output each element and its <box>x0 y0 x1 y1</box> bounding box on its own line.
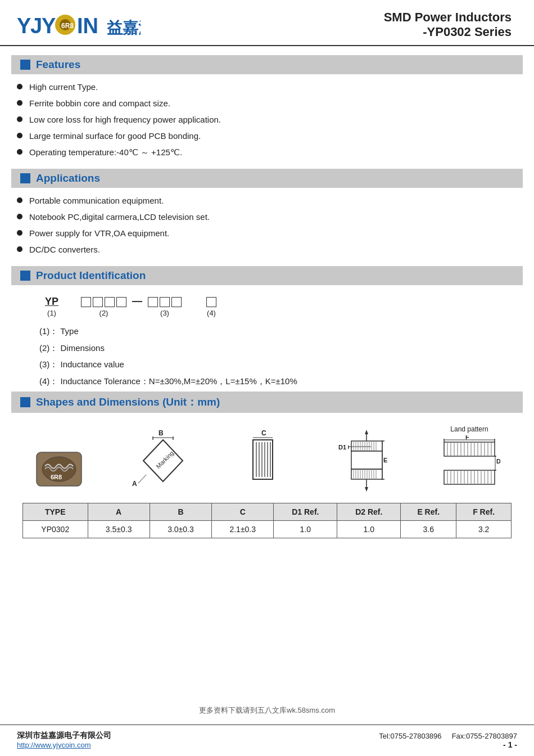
footer-page: - 1 - <box>379 740 517 749</box>
feature-item-5: Operating temperature:-40℃ ～ +125℃. <box>17 146 523 159</box>
header-title: SMD Power Inductors -YP0302 Series <box>384 10 512 39</box>
table-header-e: E Ref. <box>401 503 456 521</box>
footer-tel: Tel:0755-27803896 <box>379 732 441 740</box>
svg-marker-60 <box>365 430 368 434</box>
features-section-header: Features <box>11 55 523 74</box>
svg-text:E: E <box>383 457 387 464</box>
bullet-dot <box>17 214 22 219</box>
table-header-c: C <box>212 503 274 521</box>
pid-part2: (2) <box>81 297 126 317</box>
features-title: Features <box>36 58 80 71</box>
rect-component: C <box>242 430 292 492</box>
svg-text:6R8: 6R8 <box>51 474 62 480</box>
row-b: 3.0±0.3 <box>150 521 211 538</box>
title-line2: -YP0302 Series <box>384 25 512 39</box>
svg-rect-83 <box>444 470 495 484</box>
svg-text:IN: IN <box>77 14 98 38</box>
bullet-dot <box>17 116 22 122</box>
table-header-f: F Ref. <box>456 503 512 521</box>
pid-part1: YP (1) <box>45 296 58 317</box>
row-d2: 1.0 <box>337 521 401 538</box>
footer-fax: Fax:0755-27803897 <box>452 732 517 740</box>
svg-line-18 <box>138 475 146 483</box>
pid-desc-1: (1)： Type <box>39 325 523 338</box>
logo-area: Y J Y 6R8 IN 益嘉源 <box>17 11 141 39</box>
app-item-4: DC/DC converters. <box>17 243 523 256</box>
shapes-area: 6R8 B M <box>11 420 523 538</box>
table-header-a: A <box>88 503 150 521</box>
page-header: Y J Y 6R8 IN 益嘉源 SMD Power Inductors <box>0 0 534 46</box>
d1e-svg: D1 <box>337 430 393 492</box>
svg-marker-62 <box>365 487 368 492</box>
svg-text:D1: D1 <box>338 444 346 451</box>
row-type: YP0302 <box>23 521 88 538</box>
feature-item-4: Large terminal surface for good PCB bond… <box>17 129 523 143</box>
shapes-section-header: Shapes and Dimensions (Unit：mm) <box>11 392 523 413</box>
svg-rect-68 <box>444 442 495 456</box>
d1-e-view: D1 <box>337 430 393 492</box>
bullet-dot <box>17 84 22 89</box>
applications-title: Applications <box>36 172 100 184</box>
diagrams-row: 6R8 B M <box>11 420 523 503</box>
svg-text:6R8: 6R8 <box>61 22 74 30</box>
bottom-note: 更多资料下载请到五八文库wk.58sms.com <box>0 702 534 718</box>
row-f: 3.2 <box>456 521 512 538</box>
feature-item-3: Low core loss for high frequency power a… <box>17 113 523 127</box>
pid-desc-4: (4)： Inductance Tolerance：N=±30%,M=±20%，… <box>39 375 523 388</box>
diamond-svg: B Marking A <box>129 430 197 492</box>
product-id-title: Product Identification <box>36 269 146 282</box>
pid-part4: (4) <box>206 297 216 317</box>
product-id-content: YP (1) (2 <box>0 295 534 388</box>
features-icon <box>20 60 30 70</box>
pid-desc-2: (2)： Dimensions <box>39 342 523 355</box>
row-e: 3.6 <box>401 521 456 538</box>
svg-text:A: A <box>132 480 137 488</box>
diamond-shape: B Marking A <box>129 430 197 492</box>
dimensions-table: TYPE A B C D1 Ref. D2 Ref. E Ref. F Ref. <box>22 503 512 538</box>
svg-text:B: B <box>159 430 164 437</box>
rect-svg: C <box>242 430 292 492</box>
feature-item-1: High current Type. <box>17 80 523 94</box>
svg-text:Y: Y <box>42 14 56 38</box>
shapes-title: Shapes and Dimensions (Unit：mm) <box>36 395 220 410</box>
bullet-dot <box>17 246 22 252</box>
pid-part3: (3) <box>148 297 182 317</box>
table-row: YP0302 3.5±0.3 3.0±0.3 2.1±0.3 1.0 1.0 3… <box>23 521 512 538</box>
product-id-diagram: YP (1) (2 <box>39 295 506 317</box>
svg-text:F: F <box>465 435 469 440</box>
product-id-section-header: Product Identification <box>11 266 523 285</box>
row-c: 2.1±0.3 <box>212 521 274 538</box>
shapes-icon <box>20 397 30 407</box>
features-content: High current Type. Ferrite bobbin core a… <box>0 74 534 165</box>
land-pattern: Land pattern F <box>438 425 500 492</box>
applications-section-header: Applications <box>11 169 523 188</box>
svg-text:Marking: Marking <box>155 449 175 470</box>
page-footer: 深圳市益嘉源电子有限公司 http://www.yjycoin.com Tel:… <box>0 724 534 756</box>
footer-website[interactable]: http://www.yjycoin.com <box>17 741 91 749</box>
bullet-dot <box>17 149 22 155</box>
app-item-3: Power supply for VTR,OA equipment. <box>17 227 523 240</box>
svg-text:D2: D2 <box>496 458 500 465</box>
applications-list: Portable communication equipment. Notebo… <box>11 188 523 263</box>
inductor-photo: 6R8 <box>34 447 84 492</box>
table-header-d2: D2 Ref. <box>337 503 401 521</box>
inductor-svg: 6R8 <box>34 447 84 492</box>
product-id-icon <box>20 271 30 281</box>
row-a: 3.5±0.3 <box>88 521 150 538</box>
footer-contact: Tel:0755-27803896 Fax:0755-27803897 <box>379 732 517 740</box>
applications-content: Portable communication equipment. Notebo… <box>0 188 534 263</box>
bullet-dot <box>17 197 22 203</box>
svg-rect-43 <box>351 451 382 469</box>
svg-text:益嘉源: 益嘉源 <box>107 19 141 37</box>
pid-desc-3: (3)： Inductance value <box>39 358 523 371</box>
feature-item-2: Ferrite bobbin core and compact size. <box>17 97 523 110</box>
bullet-dot <box>17 230 22 236</box>
footer-right: Tel:0755-27803896 Fax:0755-27803897 - 1 … <box>379 732 517 749</box>
footer-company: 深圳市益嘉源电子有限公司 <box>17 731 111 741</box>
table-header-d1: D1 Ref. <box>274 503 337 521</box>
logo-svg: Y J Y 6R8 IN 益嘉源 <box>17 11 141 39</box>
applications-icon <box>20 173 30 183</box>
table-header-type: TYPE <box>23 503 88 521</box>
features-list: High current Type. Ferrite bobbin core a… <box>11 74 523 165</box>
svg-text:C: C <box>261 430 266 437</box>
